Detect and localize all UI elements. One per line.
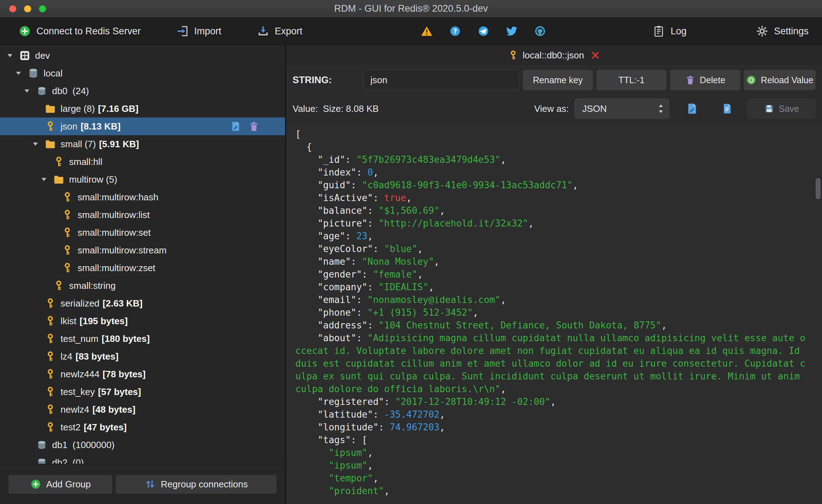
- tree-item[interactable]: db1 (1000000): [0, 436, 285, 454]
- expander-spacer: [49, 229, 59, 236]
- export-icon: [257, 25, 270, 38]
- view-document-icon[interactable]: [721, 102, 733, 115]
- gear-icon: [756, 25, 769, 38]
- import-label: Import: [194, 26, 221, 37]
- connect-to-redis-server-button[interactable]: Connect to Redis Server: [18, 25, 141, 38]
- tree-item[interactable]: small:multirow:set: [0, 224, 285, 241]
- reload-value-button[interactable]: Reload Value: [744, 70, 816, 90]
- folder-icon: [45, 138, 56, 150]
- tree-item[interactable]: small:string: [0, 277, 285, 294]
- json-line: "isActive": true,: [295, 191, 808, 204]
- json-line: "balance": "$1,560.69",: [295, 204, 808, 217]
- tree-item[interactable]: test2[47 bytes]: [0, 418, 285, 436]
- expander-spacer: [49, 246, 59, 254]
- tree-item-size: [47 bytes]: [84, 422, 126, 433]
- tree-item[interactable]: db0 (24): [0, 82, 285, 100]
- json-line: "company": "IDEALIS",: [295, 281, 808, 293]
- twitter-icon[interactable]: [506, 25, 518, 37]
- tree-item-label: test_key: [61, 386, 95, 397]
- json-line: "ipsum",: [295, 446, 808, 459]
- save-button[interactable]: Save: [747, 98, 816, 119]
- folder-icon: [45, 103, 56, 114]
- telegram-icon[interactable]: [477, 25, 489, 37]
- chevron-updown-icon: [657, 102, 664, 115]
- db-icon: [36, 85, 47, 97]
- close-tab-icon[interactable]: [590, 50, 600, 60]
- json-line: "phone": "+1 (915) 512-3452",: [295, 306, 808, 319]
- delete-key-icon[interactable]: [248, 121, 260, 132]
- tab-label: local::db0::json: [523, 50, 584, 61]
- add-group-label: Add Group: [46, 479, 91, 490]
- tree-item[interactable]: newlz444[78 bytes]: [0, 365, 285, 383]
- json-line: "guid": "c0ad9618-90f3-41e0-9934-13ac53a…: [295, 179, 808, 191]
- tree-item[interactable]: local: [0, 64, 285, 82]
- tab-local-db0-json[interactable]: local::db0::json: [508, 50, 600, 61]
- key-icon: [45, 404, 56, 415]
- db-icon: [36, 439, 47, 451]
- expander-icon[interactable]: [40, 176, 51, 183]
- import-button[interactable]: Import: [176, 25, 221, 38]
- settings-button[interactable]: Settings: [756, 25, 809, 38]
- log-label: Log: [670, 26, 686, 37]
- tree-item[interactable]: test_key[57 bytes]: [0, 383, 285, 401]
- tree-item-label: newlz4: [61, 404, 89, 415]
- warning-icon[interactable]: [421, 25, 433, 37]
- zoom-window-button[interactable]: [39, 5, 46, 12]
- tree-item[interactable]: serialized[2.63 KB]: [0, 294, 285, 312]
- scrollbar-thumb[interactable]: [816, 178, 821, 199]
- tree-item-label: db1 (1000000): [52, 440, 114, 451]
- close-window-button[interactable]: [9, 5, 16, 12]
- expander-icon[interactable]: [15, 69, 25, 77]
- key-name-input[interactable]: [363, 70, 519, 90]
- key-icon: [62, 262, 73, 274]
- key-row: STRING: Rename key TTL:-1 Delete Reload …: [286, 65, 822, 94]
- tree-item[interactable]: lkist[195 bytes]: [0, 312, 285, 330]
- add-group-button[interactable]: Add Group: [8, 475, 112, 494]
- db-icon: [36, 457, 47, 464]
- json-line: "gender": "female",: [295, 268, 808, 281]
- toolbar-right: Log Settings: [652, 25, 822, 38]
- tree-item[interactable]: dev: [0, 47, 285, 64]
- tree-item[interactable]: small:hll: [0, 153, 285, 171]
- expander-icon[interactable]: [32, 140, 42, 148]
- window-title: RDM - GUI for Redis® 2020.5.0-dev: [334, 3, 488, 14]
- log-button[interactable]: Log: [652, 25, 686, 38]
- json-line: "index": 0,: [295, 166, 808, 179]
- regroup-connections-button[interactable]: Regroup connections: [116, 475, 277, 494]
- tree-item[interactable]: small (7)[5.91 KB]: [0, 135, 285, 153]
- expander-icon[interactable]: [6, 52, 17, 59]
- tree-item[interactable]: small:multirow:zset: [0, 259, 285, 277]
- key-icon: [53, 156, 64, 167]
- tree-item[interactable]: small:multirow:list: [0, 206, 285, 224]
- tree-item[interactable]: small:multirow:hash: [0, 188, 285, 206]
- vertical-scrollbar[interactable]: [815, 170, 821, 503]
- tree-item[interactable]: multirow (5): [0, 171, 285, 188]
- expander-icon[interactable]: [23, 87, 34, 95]
- tree-item[interactable]: large (8)[7.16 GB]: [0, 100, 285, 118]
- app-window: RDM - GUI for Redis® 2020.5.0-dev Connec…: [0, 0, 822, 504]
- export-button[interactable]: Export: [257, 25, 302, 38]
- save-label: Save: [779, 104, 799, 114]
- edit-key-icon[interactable]: [230, 121, 241, 132]
- ttl-button[interactable]: TTL:-1: [596, 70, 667, 90]
- view-as-select[interactable]: JSON: [574, 98, 669, 119]
- help-icon[interactable]: ?: [449, 25, 461, 37]
- tree-item[interactable]: newlz4[48 bytes]: [0, 401, 285, 418]
- tree-item-label: small:multirow:hash: [78, 192, 158, 203]
- key-icon: [45, 298, 56, 309]
- tree-item[interactable]: lz4[83 bytes]: [0, 348, 285, 365]
- minimize-window-button[interactable]: [24, 5, 31, 12]
- expander-spacer: [32, 105, 42, 113]
- key-icon: [45, 368, 56, 380]
- delete-key-button[interactable]: Delete: [670, 70, 740, 90]
- open-in-editor-icon[interactable]: [686, 102, 698, 115]
- tree-item[interactable]: small:multirow:stream: [0, 241, 285, 259]
- github-icon[interactable]: [534, 25, 546, 37]
- json-line: "eyeColor": "blue",: [295, 242, 808, 255]
- json-viewer[interactable]: [ { "_id": "5f7b26973c483ea3479d4e53", "…: [286, 123, 822, 504]
- tree-item[interactable]: test_num[180 bytes]: [0, 330, 285, 348]
- tree-item[interactable]: db2 (0): [0, 454, 285, 464]
- rename-key-button[interactable]: Rename key: [523, 70, 593, 90]
- tree-item[interactable]: json[8.13 KB]: [0, 118, 285, 135]
- expander-spacer: [23, 459, 34, 464]
